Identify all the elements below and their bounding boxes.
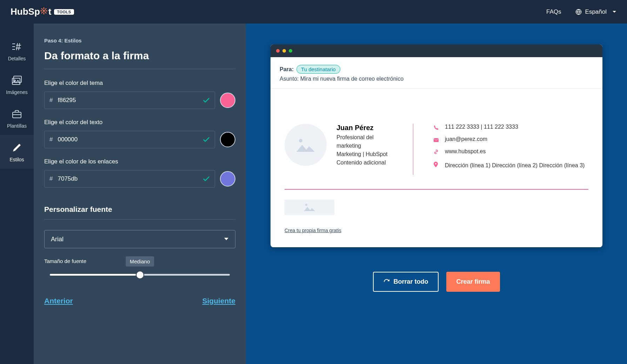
check-icon — [203, 97, 210, 103]
form-panel: Paso 4: Estilos Da formato a la firma El… — [34, 23, 246, 364]
brand-text-suffix: t — [48, 6, 52, 17]
subject-line: Asunto: Mira mi nueva firma de correo el… — [280, 76, 593, 82]
preview-window: Para: Tu destinatario Asunto: Mira mi nu… — [271, 45, 602, 247]
sprocket-icon — [40, 6, 48, 17]
window-min-dot — [282, 49, 286, 53]
language-selector[interactable]: Español — [575, 8, 616, 15]
slider-thumb[interactable] — [136, 271, 144, 279]
preview-panel: Para: Tu destinatario Asunto: Mira mi nu… — [246, 23, 627, 364]
font-size-slider[interactable]: Mediano — [50, 274, 230, 276]
step-label: Paso 4: Estilos — [44, 38, 235, 43]
sig-divider — [413, 124, 413, 175]
link-color-swatch[interactable] — [220, 171, 235, 187]
sidebar: Detalles Imágenes Plantillas Estilos — [0, 23, 34, 364]
theme-color-label: Elige el color del tema — [44, 80, 235, 87]
sig-line2: Marketing | HubSpot — [336, 150, 400, 159]
svg-point-8 — [305, 204, 307, 206]
font-select[interactable]: Arial — [44, 230, 235, 248]
sig-address: Dirección (línea 1) Dirección (línea 2) … — [445, 161, 585, 170]
prev-link[interactable]: Anterior — [44, 297, 73, 305]
faqs-link[interactable]: FAQs — [546, 8, 561, 15]
check-icon — [203, 137, 210, 142]
theme-color-input[interactable] — [58, 97, 203, 104]
svg-point-6 — [299, 139, 302, 142]
briefcase-icon — [11, 108, 23, 120]
text-color-input-wrap[interactable]: # — [44, 131, 215, 148]
sig-web: www.hubspot.es — [445, 148, 486, 155]
link-color-label: Elige el color de los enlaces — [44, 158, 235, 165]
link-color-input-wrap[interactable]: # — [44, 170, 215, 188]
sig-name: Juan Pérez — [336, 124, 400, 132]
next-link[interactable]: Siguiente — [202, 297, 235, 305]
font-select-value: Arial — [51, 236, 224, 243]
sidebar-item-label: Plantillas — [7, 123, 27, 129]
logo-placeholder — [285, 200, 334, 215]
signature-preview: Juan Pérez Profesional del marketing Mar… — [285, 124, 588, 175]
avatar-placeholder — [285, 124, 327, 166]
tools-badge: TOOLS — [54, 9, 74, 15]
window-max-dot — [289, 49, 292, 53]
to-recipient-pill: Tu destinatario — [296, 65, 340, 74]
theme-color-input-wrap[interactable]: # — [44, 92, 215, 109]
logo[interactable]: HubSp t TOOLS — [11, 6, 74, 17]
sig-phone: 111 222 3333 | 111 222 3333 — [445, 124, 518, 130]
clear-all-button[interactable]: Borrar todo — [373, 272, 439, 292]
text-color-swatch[interactable] — [220, 132, 235, 147]
create-own-link[interactable]: Crea tu propia firma gratis — [285, 228, 588, 233]
caret-down-icon — [612, 11, 616, 13]
window-titlebar — [271, 45, 602, 57]
app-header: HubSp t TOOLS FAQs Español — [0, 0, 627, 23]
hash-prefix: # — [49, 136, 53, 143]
link-icon — [434, 149, 439, 156]
to-label: Para: — [280, 66, 294, 73]
window-close-dot — [276, 49, 280, 53]
hash-prefix: # — [49, 97, 53, 104]
theme-color-swatch[interactable] — [220, 93, 235, 108]
page-title: Da formato a la firma — [44, 50, 235, 69]
svg-point-0 — [43, 10, 45, 12]
caret-down-icon — [224, 237, 229, 241]
images-icon — [11, 74, 23, 87]
pencil-icon — [11, 141, 23, 154]
text-color-input[interactable] — [58, 136, 203, 143]
sidebar-item-estilos[interactable]: Estilos — [0, 135, 34, 169]
font-section-title: Personalizar fuente — [44, 205, 235, 220]
refresh-icon — [383, 279, 390, 285]
check-icon — [203, 176, 210, 182]
phone-icon — [434, 125, 439, 131]
sig-line3: Contenido adicional — [336, 159, 400, 167]
text-lines-icon — [11, 40, 23, 53]
sidebar-item-label: Imágenes — [6, 89, 27, 95]
text-color-label: Elige el color del texto — [44, 119, 235, 126]
map-pin-icon — [434, 162, 439, 169]
sig-footer-line — [285, 189, 588, 190]
sidebar-item-plantillas[interactable]: Plantillas — [0, 101, 34, 135]
language-label: Español — [585, 8, 607, 15]
sig-line1: Profesional del marketing — [336, 133, 400, 150]
link-color-input[interactable] — [58, 175, 203, 182]
sidebar-item-label: Estilos — [9, 157, 24, 162]
globe-icon — [575, 9, 582, 15]
sidebar-item-imagenes[interactable]: Imágenes — [0, 68, 34, 101]
hash-prefix: # — [49, 175, 53, 182]
create-signature-button[interactable]: Crear firma — [446, 272, 500, 292]
email-icon — [434, 137, 439, 143]
sidebar-item-label: Detalles — [8, 56, 26, 61]
slider-tooltip: Mediano — [126, 256, 154, 267]
brand-text-prefix: HubSp — [11, 6, 40, 17]
sidebar-item-detalles[interactable]: Detalles — [0, 34, 34, 68]
sig-email: juan@perez.com — [445, 136, 487, 142]
